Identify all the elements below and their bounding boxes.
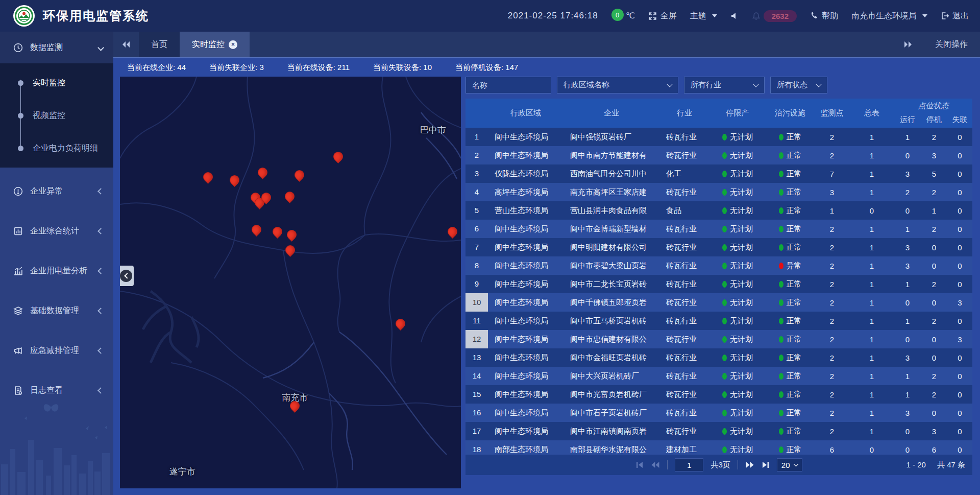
sidebar-item-video-monitor[interactable]: 视频监控 <box>0 99 113 132</box>
sidebar-item-emergency-reduction[interactable]: 应急减排管理 <box>0 334 113 367</box>
cell-lost-count: 0 <box>947 353 972 362</box>
table-row[interactable]: 15阆中生态环境局阆中市光富页岩机砖厂砖瓦行业无计划正常21120 <box>465 385 972 404</box>
cell-region: 阆中生态环境局 <box>488 279 564 289</box>
table-row[interactable]: 5营山生态环境局营山县润丰肉食品有限食品无计划正常10010 <box>465 201 972 220</box>
cell-limit-status: 无计划 <box>709 279 766 289</box>
table-row[interactable]: 14阆中生态环境局阆中大兴页岩机砖厂砖瓦行业无计划正常21120 <box>465 367 972 385</box>
green-dot-icon <box>779 391 783 398</box>
row-index: 12 <box>465 330 488 348</box>
cell-run-count: 1 <box>894 372 921 381</box>
mute-button[interactable] <box>730 12 739 20</box>
tabs-scroll-left-button[interactable] <box>113 32 139 57</box>
next-page-button[interactable] <box>745 461 754 468</box>
chevron-left-icon <box>97 308 104 314</box>
cell-limit-status: 无计划 <box>709 316 766 326</box>
cell-monitor-count: 1 <box>815 206 849 215</box>
table-row[interactable]: 12阆中生态环境局阆中市忠信建材有限公砖瓦行业无计划正常21003 <box>465 330 972 348</box>
sidebar-item-log-view[interactable]: 日志查看 <box>0 374 113 407</box>
tab-close-icon[interactable]: × <box>229 40 237 49</box>
cell-limit-status: 无计划 <box>709 151 766 160</box>
table-row[interactable]: 2阆中生态环境局阆中市南方节能建材有砖瓦行业无计划正常21030 <box>465 146 972 164</box>
sidebar-item-realtime-monitor[interactable]: 实时监控 <box>0 66 113 99</box>
cell-run-count: 1 <box>894 280 921 289</box>
table-row[interactable]: 6阆中生态环境局阆中市金博瑞新型墙材砖瓦行业无计划正常21120 <box>465 220 972 238</box>
page-number-input[interactable] <box>675 458 703 472</box>
region-filter-select[interactable]: 行政区域名称 <box>557 77 678 93</box>
sidebar-item-enterprise-abnormal[interactable]: 企业异常 <box>0 175 113 207</box>
map[interactable]: 巴中市 南充市 遂宁市 <box>120 77 461 488</box>
table-row[interactable]: 9阆中生态环境局阆中市二龙长宝页岩砖砖瓦行业无计划正常21120 <box>465 275 972 293</box>
tab-realtime-monitor[interactable]: 实时监控 × <box>180 32 250 57</box>
sidebar-collapse-button[interactable] <box>120 266 134 286</box>
cell-monitor-count: 2 <box>815 317 849 325</box>
green-dot-icon <box>722 171 727 177</box>
name-filter-input[interactable] <box>465 77 551 93</box>
cell-company: 阆中市金博瑞新型墙材 <box>564 224 659 234</box>
close-operations-button[interactable]: 关闭操作 <box>935 39 968 50</box>
green-dot-icon <box>722 299 727 306</box>
table-row[interactable]: 3仪陇生态环境局西南油气田分公司川中化工无计划正常71350 <box>465 164 972 183</box>
alert-circle-icon <box>13 186 23 196</box>
sidebar-item-base-data[interactable]: 基础数据管理 <box>0 294 113 327</box>
table-row[interactable]: 16阆中生态环境局阆中市石子页岩机砖厂砖瓦行业无计划正常21300 <box>465 404 972 422</box>
cell-stop-count: 2 <box>921 188 947 197</box>
cell-industry: 砖瓦行业 <box>659 316 709 326</box>
row-index: 11 <box>465 312 488 330</box>
sidebar-item-enterprise-statistics[interactable]: 企业综合统计 <box>0 215 113 247</box>
table-row[interactable]: 10阆中生态环境局阆中千佛镇五郎垭页岩砖瓦行业无计划正常21003 <box>465 293 972 312</box>
cell-industry: 砖瓦行业 <box>659 224 709 234</box>
cell-run-count: 3 <box>894 353 921 362</box>
cell-lost-count: 0 <box>947 445 972 454</box>
table-row[interactable]: 7阆中生态环境局阆中明阳建材有限公司砖瓦行业无计划正常21300 <box>465 238 972 256</box>
cell-lost-count: 0 <box>947 427 972 436</box>
table-row[interactable]: 18南部生态环境局南部县砌华水泥有限公建材加工无计划正常60060 <box>465 440 972 455</box>
org-dropdown[interactable]: 南充市生态环境局 <box>851 11 927 21</box>
table-row[interactable]: 17阆中生态环境局阆中市江南镇阆南页岩砖瓦行业无计划正常21030 <box>465 422 972 440</box>
fullscreen-button[interactable]: 全屏 <box>648 11 677 21</box>
tab-home[interactable]: 首页 <box>139 32 180 57</box>
first-page-button[interactable] <box>635 461 644 468</box>
cell-run-count: 1 <box>894 390 921 399</box>
status-filter-select[interactable]: 所有状态 <box>770 77 827 93</box>
map-city-label: 遂宁市 <box>169 466 195 478</box>
cell-facility-status: 正常 <box>766 353 815 363</box>
page-size-select[interactable]: 20 <box>777 458 802 472</box>
cell-industry: 化工 <box>659 169 709 179</box>
table-row[interactable]: 11阆中生态环境局阆中市五马桥页岩机砖砖瓦行业无计划正常21120 <box>465 312 972 330</box>
cell-lost-count: 0 <box>947 133 972 142</box>
table-row[interactable]: 8阆中生态环境局阆中市枣碧大梁山页岩砖瓦行业无计划异常21300 <box>465 256 972 275</box>
cell-facility-status: 正常 <box>766 427 815 436</box>
notification-count-badge: 2632 <box>764 10 797 22</box>
sidebar-item-power-analysis[interactable]: 企业用电量分析 <box>0 254 113 287</box>
pagination: 共3页 20 <box>465 455 972 475</box>
row-index: 14 <box>465 367 488 385</box>
table-row[interactable]: 4高坪生态环境局南充市高坪区王家店建砖瓦行业无计划正常31220 <box>465 183 972 201</box>
col-run: 运行 <box>894 112 921 128</box>
app-window: 环保用电监管系统 2021-02-25 17:46:18 0 ℃ 全屏 主题 <box>0 0 980 495</box>
cell-region: 阆中生态环境局 <box>488 243 564 252</box>
industry-filter-select[interactable]: 所有行业 <box>684 77 765 93</box>
cell-meter-count: 1 <box>849 298 894 307</box>
prev-page-button[interactable] <box>651 461 660 468</box>
theme-dropdown[interactable]: 主题 <box>690 11 717 21</box>
green-dot-icon <box>722 207 727 214</box>
logout-button[interactable]: 退出 <box>941 11 969 21</box>
stat-online-enterprises: 当前在线企业: 44 <box>127 63 186 73</box>
notifications[interactable]: 2632 <box>752 10 797 22</box>
cell-region: 阆中生态环境局 <box>488 390 564 399</box>
cell-facility-status: 正常 <box>766 445 815 455</box>
sidebar-item-data-monitor[interactable]: 数据监测 <box>0 32 113 63</box>
cell-facility-status: 正常 <box>766 298 815 308</box>
cell-facility-status: 正常 <box>766 187 815 197</box>
sidebar-item-power-load-detail[interactable]: 企业电力负荷明细 <box>0 132 113 164</box>
stat-stopped-devices: 当前停机设备: 147 <box>455 63 518 73</box>
cell-run-count: 1 <box>894 133 921 142</box>
last-page-button[interactable] <box>762 461 770 468</box>
help-button[interactable]: 帮助 <box>810 11 838 21</box>
cell-region: 阆中生态环境局 <box>488 371 564 381</box>
table-row[interactable]: 13阆中生态环境局阆中市金福旺页岩机砖砖瓦行业无计划正常21300 <box>465 348 972 367</box>
table-row[interactable]: 1阆中生态环境局阆中强锐页岩砖厂砖瓦行业无计划正常21120 <box>465 128 972 146</box>
cell-company: 阆中明阳建材有限公司 <box>564 243 659 252</box>
tabs-scroll-right-button[interactable] <box>895 41 921 48</box>
table-body: 1阆中生态环境局阆中强锐页岩砖厂砖瓦行业无计划正常211202阆中生态环境局阆中… <box>465 128 972 455</box>
